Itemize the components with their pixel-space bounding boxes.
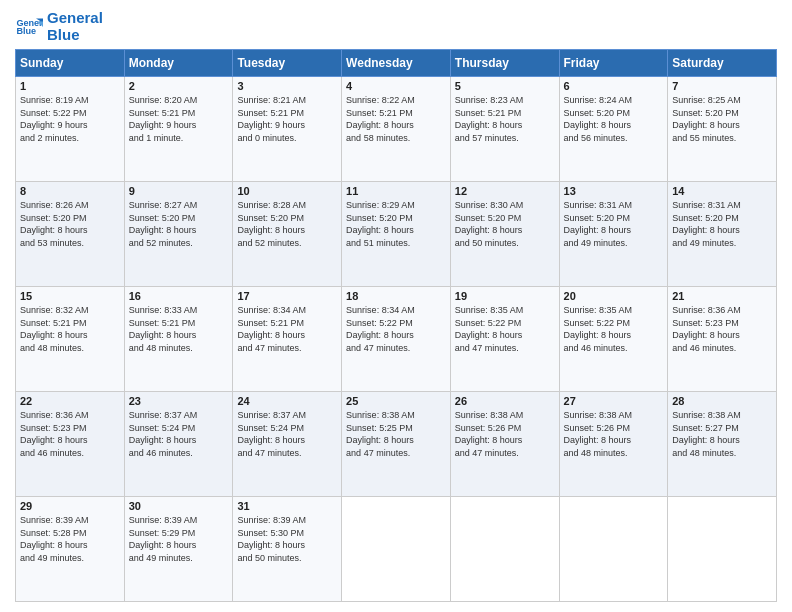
logo: General Blue General Blue [15, 10, 103, 43]
day-number: 25 [346, 395, 446, 407]
day-number: 31 [237, 500, 337, 512]
day-cell-20: 20Sunrise: 8:35 AM Sunset: 5:22 PM Dayli… [559, 287, 668, 392]
day-cell-29: 29Sunrise: 8:39 AM Sunset: 5:28 PM Dayli… [16, 497, 125, 602]
day-number: 5 [455, 80, 555, 92]
day-number: 22 [20, 395, 120, 407]
page: General Blue General Blue SundayMondayTu… [0, 0, 792, 612]
day-cell-17: 17Sunrise: 8:34 AM Sunset: 5:21 PM Dayli… [233, 287, 342, 392]
day-detail: Sunrise: 8:38 AM Sunset: 5:26 PM Dayligh… [564, 409, 664, 459]
day-number: 7 [672, 80, 772, 92]
header-row: SundayMondayTuesdayWednesdayThursdayFrid… [16, 50, 777, 77]
day-cell-25: 25Sunrise: 8:38 AM Sunset: 5:25 PM Dayli… [342, 392, 451, 497]
day-cell-16: 16Sunrise: 8:33 AM Sunset: 5:21 PM Dayli… [124, 287, 233, 392]
day-detail: Sunrise: 8:35 AM Sunset: 5:22 PM Dayligh… [455, 304, 555, 354]
day-number: 2 [129, 80, 229, 92]
column-header-saturday: Saturday [668, 50, 777, 77]
day-detail: Sunrise: 8:31 AM Sunset: 5:20 PM Dayligh… [672, 199, 772, 249]
svg-text:Blue: Blue [16, 26, 36, 36]
column-header-sunday: Sunday [16, 50, 125, 77]
day-detail: Sunrise: 8:38 AM Sunset: 5:26 PM Dayligh… [455, 409, 555, 459]
day-detail: Sunrise: 8:38 AM Sunset: 5:25 PM Dayligh… [346, 409, 446, 459]
day-cell-21: 21Sunrise: 8:36 AM Sunset: 5:23 PM Dayli… [668, 287, 777, 392]
day-number: 19 [455, 290, 555, 302]
day-detail: Sunrise: 8:37 AM Sunset: 5:24 PM Dayligh… [129, 409, 229, 459]
day-number: 17 [237, 290, 337, 302]
day-number: 6 [564, 80, 664, 92]
day-number: 15 [20, 290, 120, 302]
logo-icon: General Blue [15, 13, 43, 41]
day-detail: Sunrise: 8:39 AM Sunset: 5:28 PM Dayligh… [20, 514, 120, 564]
day-number: 1 [20, 80, 120, 92]
day-detail: Sunrise: 8:35 AM Sunset: 5:22 PM Dayligh… [564, 304, 664, 354]
day-detail: Sunrise: 8:24 AM Sunset: 5:20 PM Dayligh… [564, 94, 664, 144]
day-detail: Sunrise: 8:32 AM Sunset: 5:21 PM Dayligh… [20, 304, 120, 354]
day-cell-19: 19Sunrise: 8:35 AM Sunset: 5:22 PM Dayli… [450, 287, 559, 392]
day-cell-24: 24Sunrise: 8:37 AM Sunset: 5:24 PM Dayli… [233, 392, 342, 497]
day-detail: Sunrise: 8:30 AM Sunset: 5:20 PM Dayligh… [455, 199, 555, 249]
day-number: 8 [20, 185, 120, 197]
day-detail: Sunrise: 8:36 AM Sunset: 5:23 PM Dayligh… [672, 304, 772, 354]
calendar: SundayMondayTuesdayWednesdayThursdayFrid… [15, 49, 777, 602]
day-detail: Sunrise: 8:33 AM Sunset: 5:21 PM Dayligh… [129, 304, 229, 354]
day-cell-22: 22Sunrise: 8:36 AM Sunset: 5:23 PM Dayli… [16, 392, 125, 497]
day-cell-27: 27Sunrise: 8:38 AM Sunset: 5:26 PM Dayli… [559, 392, 668, 497]
day-detail: Sunrise: 8:22 AM Sunset: 5:21 PM Dayligh… [346, 94, 446, 144]
day-detail: Sunrise: 8:25 AM Sunset: 5:20 PM Dayligh… [672, 94, 772, 144]
calendar-body: 1Sunrise: 8:19 AM Sunset: 5:22 PM Daylig… [16, 77, 777, 602]
day-detail: Sunrise: 8:29 AM Sunset: 5:20 PM Dayligh… [346, 199, 446, 249]
day-cell-6: 6Sunrise: 8:24 AM Sunset: 5:20 PM Daylig… [559, 77, 668, 182]
week-row-4: 22Sunrise: 8:36 AM Sunset: 5:23 PM Dayli… [16, 392, 777, 497]
column-header-monday: Monday [124, 50, 233, 77]
week-row-3: 15Sunrise: 8:32 AM Sunset: 5:21 PM Dayli… [16, 287, 777, 392]
day-detail: Sunrise: 8:39 AM Sunset: 5:29 PM Dayligh… [129, 514, 229, 564]
header: General Blue General Blue [15, 10, 777, 43]
day-number: 10 [237, 185, 337, 197]
day-detail: Sunrise: 8:23 AM Sunset: 5:21 PM Dayligh… [455, 94, 555, 144]
empty-cell [342, 497, 451, 602]
day-number: 24 [237, 395, 337, 407]
day-cell-26: 26Sunrise: 8:38 AM Sunset: 5:26 PM Dayli… [450, 392, 559, 497]
day-number: 20 [564, 290, 664, 302]
empty-cell [559, 497, 668, 602]
day-cell-3: 3Sunrise: 8:21 AM Sunset: 5:21 PM Daylig… [233, 77, 342, 182]
day-number: 23 [129, 395, 229, 407]
day-cell-8: 8Sunrise: 8:26 AM Sunset: 5:20 PM Daylig… [16, 182, 125, 287]
day-cell-5: 5Sunrise: 8:23 AM Sunset: 5:21 PM Daylig… [450, 77, 559, 182]
day-number: 14 [672, 185, 772, 197]
day-number: 28 [672, 395, 772, 407]
day-detail: Sunrise: 8:19 AM Sunset: 5:22 PM Dayligh… [20, 94, 120, 144]
day-cell-10: 10Sunrise: 8:28 AM Sunset: 5:20 PM Dayli… [233, 182, 342, 287]
day-cell-9: 9Sunrise: 8:27 AM Sunset: 5:20 PM Daylig… [124, 182, 233, 287]
day-detail: Sunrise: 8:34 AM Sunset: 5:21 PM Dayligh… [237, 304, 337, 354]
calendar-header: SundayMondayTuesdayWednesdayThursdayFrid… [16, 50, 777, 77]
day-cell-13: 13Sunrise: 8:31 AM Sunset: 5:20 PM Dayli… [559, 182, 668, 287]
day-number: 30 [129, 500, 229, 512]
day-number: 9 [129, 185, 229, 197]
empty-cell [668, 497, 777, 602]
day-cell-23: 23Sunrise: 8:37 AM Sunset: 5:24 PM Dayli… [124, 392, 233, 497]
day-detail: Sunrise: 8:36 AM Sunset: 5:23 PM Dayligh… [20, 409, 120, 459]
day-detail: Sunrise: 8:21 AM Sunset: 5:21 PM Dayligh… [237, 94, 337, 144]
day-detail: Sunrise: 8:20 AM Sunset: 5:21 PM Dayligh… [129, 94, 229, 144]
empty-cell [450, 497, 559, 602]
day-cell-1: 1Sunrise: 8:19 AM Sunset: 5:22 PM Daylig… [16, 77, 125, 182]
day-number: 21 [672, 290, 772, 302]
logo-blue: Blue [47, 27, 103, 44]
column-header-wednesday: Wednesday [342, 50, 451, 77]
day-detail: Sunrise: 8:39 AM Sunset: 5:30 PM Dayligh… [237, 514, 337, 564]
column-header-friday: Friday [559, 50, 668, 77]
week-row-1: 1Sunrise: 8:19 AM Sunset: 5:22 PM Daylig… [16, 77, 777, 182]
day-cell-11: 11Sunrise: 8:29 AM Sunset: 5:20 PM Dayli… [342, 182, 451, 287]
day-detail: Sunrise: 8:27 AM Sunset: 5:20 PM Dayligh… [129, 199, 229, 249]
day-number: 12 [455, 185, 555, 197]
day-detail: Sunrise: 8:38 AM Sunset: 5:27 PM Dayligh… [672, 409, 772, 459]
day-detail: Sunrise: 8:34 AM Sunset: 5:22 PM Dayligh… [346, 304, 446, 354]
day-number: 18 [346, 290, 446, 302]
column-header-tuesday: Tuesday [233, 50, 342, 77]
day-detail: Sunrise: 8:26 AM Sunset: 5:20 PM Dayligh… [20, 199, 120, 249]
day-cell-18: 18Sunrise: 8:34 AM Sunset: 5:22 PM Dayli… [342, 287, 451, 392]
day-number: 3 [237, 80, 337, 92]
day-number: 29 [20, 500, 120, 512]
day-number: 26 [455, 395, 555, 407]
day-cell-28: 28Sunrise: 8:38 AM Sunset: 5:27 PM Dayli… [668, 392, 777, 497]
